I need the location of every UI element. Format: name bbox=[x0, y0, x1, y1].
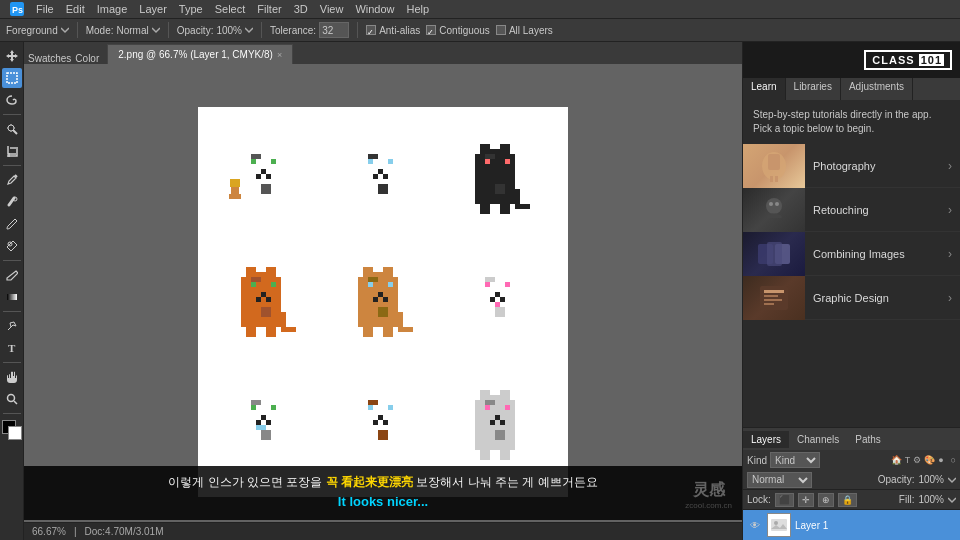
eyedropper-tool[interactable] bbox=[2, 170, 22, 190]
menu-item-select[interactable]: Select bbox=[209, 3, 252, 15]
tab-bar: Swatches Color 2.png @ 66.7% (Layer 1, C… bbox=[24, 42, 742, 64]
contiguous-option[interactable]: Contiguous bbox=[426, 25, 490, 36]
learn-label-photography: Photography bbox=[805, 160, 948, 172]
tolerance-input[interactable] bbox=[319, 22, 349, 38]
layer-visibility-toggle[interactable]: 👁 bbox=[747, 517, 763, 533]
canvas-viewport[interactable]: 이렇게 인스가 있으면 포장을 꼭 看起来更漂亮 보장해서 나눠 주는 게 예쁘… bbox=[24, 64, 742, 540]
svg-rect-27 bbox=[764, 295, 778, 297]
brush-tool[interactable] bbox=[2, 214, 22, 234]
zoom-tool[interactable] bbox=[2, 389, 22, 409]
tool-sep-4 bbox=[3, 311, 21, 312]
menu-item-image[interactable]: Image bbox=[91, 3, 134, 15]
gradient-tool[interactable] bbox=[2, 287, 22, 307]
tab-libraries[interactable]: Libraries bbox=[786, 78, 841, 100]
panel-tabs: Learn Libraries Adjustments bbox=[743, 78, 960, 100]
magic-wand-tool[interactable] bbox=[2, 119, 22, 139]
channels-tab[interactable]: Channels bbox=[789, 431, 847, 448]
class101-number: 101 bbox=[919, 54, 944, 66]
layer-1-item[interactable]: 👁 Layer 1 bbox=[743, 510, 960, 540]
learn-item-retouching[interactable]: Retouching › bbox=[743, 188, 960, 232]
opacity-label-layers: Opacity: bbox=[878, 474, 915, 485]
color-swatch[interactable] bbox=[2, 420, 22, 440]
menu-item-type[interactable]: Type bbox=[173, 3, 209, 15]
canvas-content bbox=[198, 107, 568, 497]
doc-size: Doc: bbox=[85, 526, 106, 537]
filter-icon-1[interactable]: 🏠 bbox=[891, 455, 902, 465]
tab-adjustments[interactable]: Adjustments bbox=[841, 78, 913, 100]
all-layers-option[interactable]: All Layers bbox=[496, 25, 553, 36]
menu-item-3d[interactable]: 3D bbox=[288, 3, 314, 15]
cat-cell-2 bbox=[325, 117, 442, 240]
svg-text:Ps: Ps bbox=[12, 5, 23, 15]
tab-close-btn[interactable]: × bbox=[277, 50, 282, 60]
text-tool[interactable]: T bbox=[2, 338, 22, 358]
paths-tab[interactable]: Paths bbox=[847, 431, 889, 448]
retouching-arrow: › bbox=[948, 203, 960, 217]
crop-tool[interactable] bbox=[2, 141, 22, 161]
spot-heal-tool[interactable] bbox=[2, 192, 22, 212]
lock-pixels-btn[interactable]: ⬛ bbox=[775, 493, 794, 507]
menu-item-file[interactable]: File bbox=[30, 3, 60, 15]
svg-rect-16 bbox=[768, 154, 780, 170]
lasso-tool[interactable] bbox=[2, 90, 22, 110]
lock-pos-btn[interactable]: ✛ bbox=[798, 493, 814, 507]
mode-dropdown-icon bbox=[152, 26, 160, 34]
layers-lock-row: Lock: ⬛ ✛ ⊕ 🔒 Fill: 100% bbox=[743, 490, 960, 510]
main-tab[interactable]: 2.png @ 66.7% (Layer 1, CMYK/8) × bbox=[107, 44, 293, 64]
eraser-tool[interactable] bbox=[2, 265, 22, 285]
filter-icon-5[interactable]: ● bbox=[938, 455, 943, 465]
clone-tool[interactable] bbox=[2, 236, 22, 256]
tab-learn[interactable]: Learn bbox=[743, 78, 786, 100]
tool-sep-3 bbox=[3, 260, 21, 261]
menu-item-view[interactable]: View bbox=[314, 3, 350, 15]
foreground-mode[interactable]: Foreground bbox=[6, 25, 69, 36]
opt-divider-2 bbox=[168, 22, 169, 38]
svg-point-19 bbox=[766, 198, 782, 214]
learn-panel: Step-by-step tutorials directly in the a… bbox=[743, 100, 960, 427]
layers-tab[interactable]: Layers bbox=[743, 431, 789, 448]
kind-select[interactable]: Kind bbox=[770, 452, 820, 468]
options-bar: Foreground Mode: Normal Opacity: 100% To… bbox=[0, 18, 960, 42]
opacity-value-layers[interactable]: 100% bbox=[918, 474, 944, 485]
menu-item-help[interactable]: Help bbox=[401, 3, 436, 15]
learn-item-graphic[interactable]: Graphic Design › bbox=[743, 276, 960, 320]
subtitle-korean: 이렇게 인스가 있으면 포장을 꼭 看起来更漂亮 보장해서 나눠 주는 게 예쁘… bbox=[168, 473, 597, 492]
anti-alias-checkbox[interactable] bbox=[366, 25, 376, 35]
menu-item-layer[interactable]: Layer bbox=[133, 3, 173, 15]
anti-alias-option[interactable]: Anti-alias bbox=[366, 25, 420, 36]
contiguous-checkbox[interactable] bbox=[426, 25, 436, 35]
learn-item-photography[interactable]: Photography › bbox=[743, 144, 960, 188]
menu-item-edit[interactable]: Edit bbox=[60, 3, 91, 15]
cat-cell-1 bbox=[208, 117, 325, 240]
filter-icon-3[interactable]: ⚙ bbox=[913, 455, 921, 465]
color-label[interactable]: Color bbox=[75, 53, 99, 64]
learn-item-combining[interactable]: Combining Images › bbox=[743, 232, 960, 276]
blend-mode-select[interactable]: Normal bbox=[747, 472, 812, 488]
menu-item-filter[interactable]: Filter bbox=[251, 3, 287, 15]
filter-toggle[interactable]: ○ bbox=[951, 455, 956, 465]
move-tool[interactable] bbox=[2, 46, 22, 66]
mode-option[interactable]: Mode: Normal bbox=[86, 25, 160, 36]
filter-icon-2[interactable]: T bbox=[905, 455, 911, 465]
opacity-dropdown-icon bbox=[245, 26, 253, 34]
filter-icon-4[interactable]: 🎨 bbox=[924, 455, 935, 465]
opt-divider-1 bbox=[77, 22, 78, 38]
fill-value[interactable]: 100% bbox=[918, 494, 944, 505]
pen-tool[interactable] bbox=[2, 316, 22, 336]
mode-value: Normal bbox=[117, 25, 149, 36]
menu-item-window[interactable]: Window bbox=[349, 3, 400, 15]
background-color[interactable] bbox=[8, 426, 22, 440]
marquee-tool[interactable] bbox=[2, 68, 22, 88]
lock-artboard-btn[interactable]: ⊕ bbox=[818, 493, 834, 507]
opacity-value[interactable]: 100% bbox=[216, 25, 242, 36]
learn-intro: Step-by-step tutorials directly in the a… bbox=[743, 100, 960, 144]
subtitle-highlight: 꼭 看起来更漂亮 bbox=[322, 475, 413, 489]
lock-all-btn[interactable]: 🔒 bbox=[838, 493, 857, 507]
svg-point-21 bbox=[775, 202, 779, 206]
swatches-label[interactable]: Swatches bbox=[28, 53, 71, 64]
layers-panel: Layers Channels Paths Kind Kind 🏠 T ⚙ 🎨 … bbox=[743, 427, 960, 540]
hand-tool[interactable] bbox=[2, 367, 22, 387]
all-layers-checkbox[interactable] bbox=[496, 25, 506, 35]
menu-ps-icon[interactable]: Ps bbox=[4, 0, 30, 18]
anti-alias-label: Anti-alias bbox=[379, 25, 420, 36]
